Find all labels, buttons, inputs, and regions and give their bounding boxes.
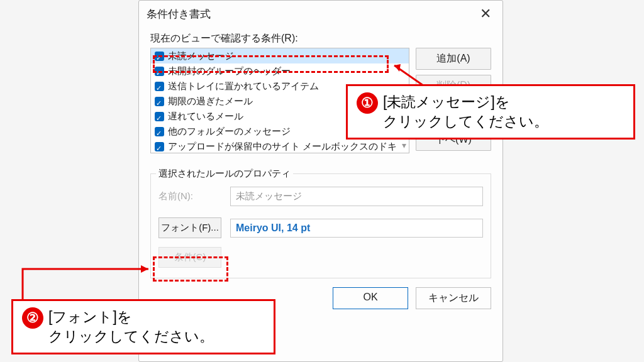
callout-number-2: ② [22, 307, 43, 329]
list-item-label: 未開封のグループのヘッダー [168, 64, 291, 78]
font-button[interactable]: フォント(F)... [158, 217, 221, 238]
list-item-label: アップロードが保留中のサイト メールボックスのドキ [168, 140, 397, 153]
checkbox-icon[interactable] [155, 67, 164, 76]
list-item-label: 送信トレイに置かれているアイテム [168, 79, 319, 93]
list-item-label: 遅れているメール [168, 109, 243, 123]
callout-1: ① [未読メッセージ]を クリックしてください。 [346, 84, 635, 140]
group-legend: 選択されたルールのプロパティ [156, 168, 293, 180]
dialog-title: 条件付き書式 [147, 7, 211, 21]
list-item[interactable]: アップロードが保留中のサイト メールボックスのドキ [151, 139, 409, 154]
callout-number-1: ① [357, 92, 378, 114]
name-label: 名前(N): [158, 190, 221, 202]
close-icon[interactable]: ✕ [476, 6, 495, 22]
checkbox-icon[interactable] [155, 127, 164, 136]
font-preview: Meiryo UI, 14 pt [230, 219, 483, 238]
chevron-down-icon[interactable]: ▾ [402, 140, 406, 150]
conditions-label: 現在のビューで確認する条件(R): [150, 32, 491, 45]
name-field[interactable]: 未読メッセージ [230, 187, 483, 206]
add-button[interactable]: 追加(A) [416, 48, 491, 70]
checkbox-icon[interactable] [155, 82, 164, 91]
callout-text-2: [フォント]を クリックしてください。 [48, 307, 214, 346]
callout-text-1: [未読メッセージ]を クリックしてください。 [383, 92, 548, 131]
ok-button[interactable]: OK [333, 287, 408, 309]
rule-properties-group: 選択されたルールのプロパティ 名前(N): 未読メッセージ フォント(F)...… [150, 173, 491, 278]
list-item-label: 他のフォルダーのメッセージ [168, 124, 291, 138]
checkbox-icon[interactable] [155, 97, 164, 106]
callout-2: ② [フォント]を クリックしてください。 [11, 299, 275, 354]
dialog-titlebar: 条件付き書式 ✕ [139, 1, 502, 27]
list-item[interactable]: 未開封のグループのヘッダー [151, 63, 409, 79]
condition-button: 条件(C) [158, 247, 221, 268]
checkbox-icon[interactable] [155, 52, 164, 61]
callout-2-arrow [11, 264, 156, 302]
list-item[interactable]: 未読メッセージ [151, 48, 409, 63]
list-item-label: 期限の過ぎたメール [168, 94, 253, 108]
list-item-label: 未読メッセージ [168, 49, 234, 63]
cancel-button[interactable]: キャンセル [416, 287, 491, 309]
checkbox-icon[interactable] [155, 112, 164, 121]
checkbox-icon[interactable] [155, 142, 164, 151]
